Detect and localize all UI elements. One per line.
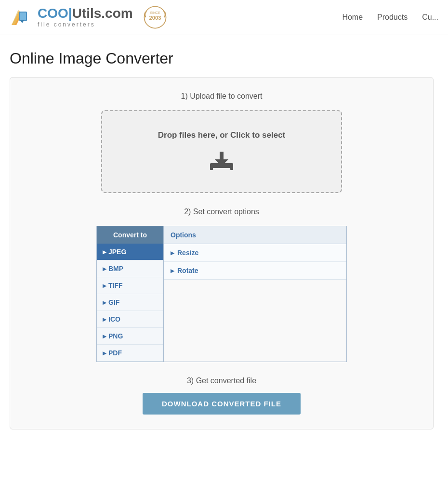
format-pdf-label: PDF (108, 349, 122, 357)
format-jpeg[interactable]: ▶ JPEG (97, 244, 163, 260)
page-title: Online Image Converter (10, 50, 438, 67)
format-bmp-label: BMP (108, 265, 123, 272)
nav-products[interactable]: Products (377, 13, 408, 22)
svg-rect-11 (210, 167, 213, 170)
gif-arrow-icon: ▶ (103, 300, 106, 305)
download-button[interactable]: DOWNLOAD CONVERTED FILE (143, 393, 301, 415)
logo-pipe: | (68, 6, 72, 21)
nav-cu[interactable]: Cu... (422, 13, 438, 22)
upload-icon (209, 148, 234, 173)
logo-area: COO|Utils.com file converters SINCE 2003 (10, 5, 342, 30)
main-content: Online Image Converter 1) Upload file to… (0, 35, 448, 444)
logo-com-text: .com (101, 6, 132, 21)
options-panel: Options ▶ Resize ▶ Rotate (164, 226, 347, 362)
drop-zone-text: Drop files here, or Click to select (112, 130, 331, 140)
nav-links: Home Products Cu... (342, 13, 438, 22)
drop-zone[interactable]: Drop files here, or Click to select (101, 110, 342, 193)
jpeg-arrow-icon: ▶ (103, 249, 106, 255)
convert-to-header: Convert to (97, 226, 163, 244)
header: COO|Utils.com file converters SINCE 2003… (0, 0, 448, 35)
format-jpeg-label: JPEG (108, 248, 126, 256)
bmp-arrow-icon: ▶ (103, 266, 106, 272)
logo-wing-icon (10, 6, 33, 29)
converter-box: 1) Upload file to convert Drop files her… (10, 77, 434, 429)
pdf-arrow-icon: ▶ (103, 350, 106, 356)
options-resize[interactable]: ▶ Resize (164, 244, 346, 262)
convert-to-panel: Convert to ▶ JPEG ▶ BMP ▶ TIFF ▶ GIF (96, 226, 164, 362)
step3-label: 3) Get converted file (20, 376, 423, 385)
options-rotate[interactable]: ▶ Rotate (164, 262, 346, 280)
step2-label: 2) Set convert options (20, 208, 423, 216)
resize-arrow-icon: ▶ (171, 250, 174, 256)
logo-cool-text: COO (38, 6, 68, 21)
format-png-label: PNG (108, 332, 123, 340)
rotate-arrow-icon: ▶ (171, 268, 174, 273)
format-gif[interactable]: ▶ GIF (97, 294, 163, 311)
convert-options-area: Convert to ▶ JPEG ▶ BMP ▶ TIFF ▶ GIF (96, 226, 347, 362)
format-ico[interactable]: ▶ ICO (97, 311, 163, 328)
ico-arrow-icon: ▶ (103, 317, 106, 322)
options-header: Options (164, 226, 346, 244)
svg-text:2003: 2003 (149, 15, 161, 21)
png-arrow-icon: ▶ (103, 334, 106, 339)
rotate-label: Rotate (177, 267, 198, 274)
logo-subtitle: file converters (38, 21, 133, 28)
format-pdf[interactable]: ▶ PDF (97, 345, 163, 362)
format-tiff[interactable]: ▶ TIFF (97, 277, 163, 294)
svg-rect-12 (230, 167, 233, 170)
step1-label: 1) Upload file to convert (20, 92, 423, 101)
format-gif-label: GIF (108, 298, 119, 306)
tiff-arrow-icon: ▶ (103, 283, 106, 288)
logo-text: COO|Utils.com file converters (38, 7, 133, 28)
svg-rect-3 (20, 13, 26, 20)
svg-text:SINCE: SINCE (150, 11, 160, 14)
since-badge-icon: SINCE 2003 (143, 5, 168, 30)
logo-utils-text: Utils (72, 6, 102, 21)
format-tiff-label: TIFF (108, 282, 123, 289)
format-png[interactable]: ▶ PNG (97, 328, 163, 345)
format-ico-label: ICO (108, 315, 120, 323)
format-bmp[interactable]: ▶ BMP (97, 260, 163, 277)
resize-label: Resize (177, 249, 198, 257)
svg-marker-4 (20, 20, 24, 23)
nav-home[interactable]: Home (342, 13, 363, 22)
